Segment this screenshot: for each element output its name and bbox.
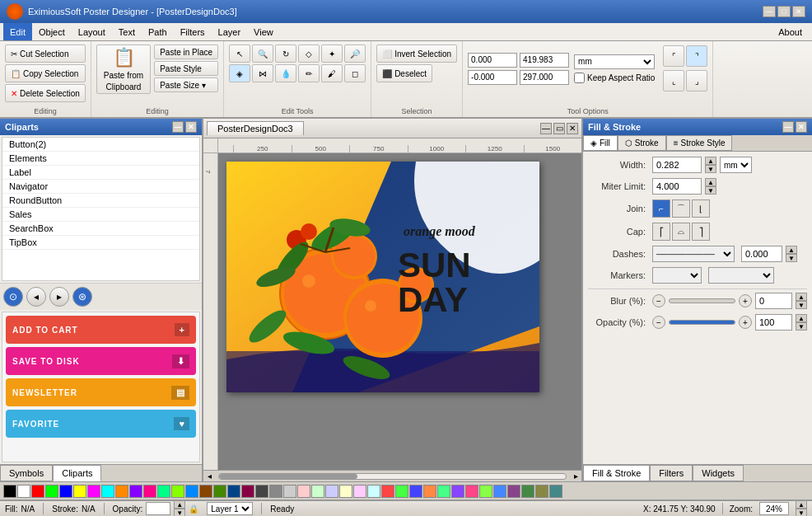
palette-color[interactable] [129, 485, 142, 498]
invert-selection-btn[interactable]: ⬜ Invert Selection [376, 45, 457, 63]
preview-add-to-cart[interactable]: ADD TO CART + [6, 316, 196, 344]
path-tool-btn[interactable]: ✦ [321, 45, 343, 63]
paste-in-place-btn[interactable]: Paste in Place [154, 45, 218, 59]
cut-selection-btn[interactable]: ✂ Cut Selection [5, 45, 86, 63]
gradient-tool-btn[interactable]: ⋈ [252, 64, 273, 82]
palette-color[interactable] [507, 485, 520, 498]
palette-color[interactable] [269, 485, 282, 498]
blur-track[interactable] [669, 298, 735, 303]
palette-color[interactable] [549, 485, 562, 498]
panel-minimize-btn[interactable]: — [172, 121, 184, 133]
join-bevel-btn[interactable]: ⌊ [692, 199, 710, 218]
clipart-item-7[interactable]: TipBox [2, 236, 199, 250]
opacity-stat-down[interactable]: ▼ [174, 509, 185, 516]
clipart-item-2[interactable]: Label [2, 166, 199, 180]
opacity-plus-btn[interactable]: + [739, 316, 752, 329]
palette-color[interactable] [493, 485, 506, 498]
palette-color[interactable] [353, 485, 366, 498]
clipart-item-6[interactable]: SearchBox [2, 222, 199, 236]
cap-butt-btn[interactable]: ⎡ [652, 223, 670, 241]
blur-input[interactable] [755, 293, 792, 309]
tab-fill[interactable]: ◈ Fill [583, 135, 618, 151]
zoom-out-btn[interactable]: 🔎 [344, 45, 366, 63]
canvas-restore-btn[interactable]: ▭ [553, 123, 565, 134]
w-input[interactable] [468, 70, 517, 85]
width-up-btn[interactable]: ▲ [705, 157, 716, 165]
nav-home-btn[interactable]: ⊙ [3, 287, 23, 307]
hscroll-left-btn[interactable]: ◂ [203, 471, 215, 481]
align-tr-btn[interactable]: ⌝ [686, 45, 707, 67]
palette-color[interactable] [115, 485, 128, 498]
palette-color[interactable] [451, 485, 464, 498]
select-tool-btn[interactable]: ↖ [229, 45, 250, 63]
menu-layer[interactable]: Layer [212, 23, 248, 40]
dashes-down-btn[interactable]: ▼ [786, 254, 797, 262]
zoom-down-btn[interactable]: ▼ [796, 509, 807, 516]
shape-tool-btn[interactable]: ◇ [298, 45, 320, 63]
palette-color[interactable] [479, 485, 492, 498]
zoom-up-btn[interactable]: ▲ [796, 500, 807, 509]
blur-down-btn[interactable]: ▼ [796, 301, 807, 309]
cap-round-btn[interactable]: ⌓ [672, 223, 690, 241]
unit-select[interactable]: mmpxcm [574, 54, 655, 69]
clipart-item-0[interactable]: Button(2) [2, 138, 199, 152]
rotate-tool-btn[interactable]: ↻ [275, 45, 296, 63]
width-down-btn[interactable]: ▼ [705, 165, 716, 173]
palette-color[interactable] [17, 485, 30, 498]
palette-color[interactable] [185, 485, 198, 498]
dashes-select[interactable]: ────────── - - - - - - [652, 246, 735, 262]
palette-color[interactable] [73, 485, 86, 498]
canvas-viewport[interactable]: orange mood SUN DAY [218, 153, 581, 470]
palette-color[interactable] [143, 485, 156, 498]
palette-color[interactable] [45, 485, 58, 498]
h-input[interactable] [520, 70, 569, 85]
join-round-btn[interactable]: ⌒ [672, 199, 690, 218]
menu-view[interactable]: View [247, 23, 280, 40]
miter-input[interactable] [652, 178, 702, 195]
keep-aspect-checkbox[interactable] [574, 73, 585, 83]
canvas-close-btn[interactable]: ✕ [567, 123, 578, 134]
palette-color[interactable] [283, 485, 296, 498]
opacity-minus-btn[interactable]: − [652, 316, 665, 329]
palette-color[interactable] [171, 485, 184, 498]
menu-about[interactable]: About [772, 23, 809, 40]
clipart-item-1[interactable]: Elements [2, 152, 199, 166]
palette-color[interactable] [535, 485, 548, 498]
rp-tab-filters[interactable]: Filters [650, 465, 693, 481]
cap-square-btn[interactable]: ⎤ [692, 223, 710, 241]
fill-tool-btn[interactable]: ◈ [229, 64, 250, 82]
palette-color[interactable] [381, 485, 394, 498]
menu-path[interactable]: Path [142, 23, 174, 40]
miter-up-btn[interactable]: ▲ [705, 178, 716, 186]
rp-close-btn[interactable]: ✕ [796, 121, 807, 133]
palette-color[interactable] [59, 485, 72, 498]
palette-color[interactable] [521, 485, 534, 498]
palette-color[interactable] [423, 485, 436, 498]
palette-color[interactable] [157, 485, 170, 498]
markers-end-select[interactable] [708, 267, 774, 284]
opacity-up-btn[interactable]: ▲ [796, 314, 807, 322]
palette-color[interactable] [297, 485, 310, 498]
x-pos-input[interactable] [468, 53, 517, 68]
opacity-down-btn[interactable]: ▼ [796, 322, 807, 331]
maximize-btn[interactable]: □ [777, 6, 791, 17]
palette-color[interactable] [367, 485, 380, 498]
align-br-btn[interactable]: ⌟ [686, 70, 707, 91]
preview-newsletter[interactable]: NEWSLETTER ▤ [6, 378, 196, 406]
align-tl-btn[interactable]: ⌜ [663, 45, 684, 67]
panel-close-btn[interactable]: ✕ [185, 121, 197, 133]
doc-tab[interactable]: PosterDesignDoc3 [207, 121, 304, 135]
paste-size-btn[interactable]: Paste Size ▾ [154, 77, 218, 92]
palette-color[interactable] [311, 485, 324, 498]
canvas-minimize-btn[interactable]: — [540, 123, 552, 134]
copy-selection-btn[interactable]: 📋 Copy Selection [5, 64, 86, 82]
paste-style-btn[interactable]: Paste Style [154, 61, 218, 76]
deselect-btn[interactable]: ⬛ Deselect [376, 64, 432, 82]
zoom-tool-btn[interactable]: 🔍 [252, 45, 273, 63]
nav-prev-btn[interactable]: ◂ [26, 287, 46, 307]
palette-color[interactable] [31, 485, 44, 498]
y-pos-input[interactable] [520, 53, 569, 68]
opacity-track[interactable] [669, 320, 735, 325]
dashes-up-btn[interactable]: ▲ [786, 246, 797, 254]
tab-stroke[interactable]: ⬡ Stroke [618, 135, 666, 151]
